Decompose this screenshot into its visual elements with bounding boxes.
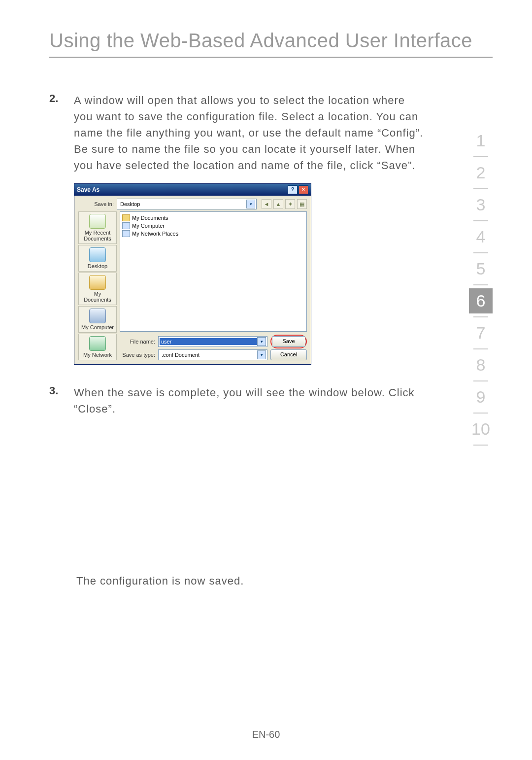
nav-2[interactable]: 2	[469, 160, 493, 185]
cancel-button[interactable]: Cancel	[270, 349, 307, 360]
content-body: 2. A window will open that allows you to…	[49, 92, 424, 587]
nav-divider	[473, 445, 488, 446]
folder-icon	[122, 214, 130, 221]
list-item-label: My Network Places	[132, 231, 178, 237]
nav-divider	[473, 413, 488, 414]
save-button[interactable]: Save	[272, 336, 305, 347]
place-documents-label: My Documents	[80, 291, 115, 303]
help-button[interactable]: ?	[288, 185, 298, 194]
save-as-dialog: Save As ? × Save in: Desktop ▾ ◄ ▲ ✶	[74, 183, 311, 365]
documents-icon	[89, 275, 106, 290]
dialog-titlebar: Save As ? ×	[74, 184, 311, 196]
chevron-down-icon[interactable]: ▾	[257, 350, 266, 359]
save-in-label: Save in:	[78, 201, 114, 207]
nav-8[interactable]: 8	[469, 352, 493, 378]
dialog-title-text: Save As	[77, 186, 100, 193]
places-bar: My Recent Documents Desktop My Documents	[78, 211, 117, 360]
new-folder-icon[interactable]: ✶	[285, 199, 295, 209]
computer-icon	[122, 222, 130, 229]
step-3-text: When the save is complete, you will see …	[74, 384, 424, 417]
close-button[interactable]: ×	[299, 185, 308, 194]
save-in-combo[interactable]: Desktop ▾	[117, 199, 257, 209]
document-page: Using the Web-Based Advanced User Interf…	[0, 0, 532, 760]
nav-10[interactable]: 10	[469, 416, 493, 442]
list-item[interactable]: My Computer	[122, 222, 304, 230]
page-footer: EN-60	[0, 729, 532, 740]
list-item-label: My Documents	[132, 215, 168, 221]
dialog-body: Save in: Desktop ▾ ◄ ▲ ✶ ▦	[74, 196, 311, 364]
nav-divider	[473, 380, 488, 381]
file-panel: My Documents My Computer My Network Plac…	[120, 211, 307, 360]
place-network-label: My Network	[80, 352, 115, 358]
save-highlight: Save	[270, 335, 307, 348]
step-3-number: 3.	[49, 384, 74, 417]
dialog-main: My Recent Documents Desktop My Documents	[78, 211, 307, 360]
save-in-value: Desktop	[118, 201, 246, 207]
list-item[interactable]: My Documents	[122, 214, 304, 222]
nav-divider	[473, 188, 488, 189]
chevron-down-icon[interactable]: ▾	[246, 200, 255, 208]
titlebar-buttons: ? ×	[288, 185, 308, 194]
network-places-icon	[122, 230, 130, 237]
nav-1[interactable]: 1	[469, 128, 493, 153]
back-icon[interactable]: ◄	[262, 199, 271, 209]
nav-divider	[473, 220, 488, 221]
file-name-value: user	[160, 338, 257, 345]
file-name-label: File name:	[120, 339, 155, 345]
dialog-action-buttons: Save	[270, 335, 307, 348]
save-as-type-label: Save as type:	[120, 352, 155, 358]
desktop-icon	[89, 247, 106, 262]
nav-divider	[473, 284, 488, 285]
save-in-row: Save in: Desktop ▾ ◄ ▲ ✶ ▦	[78, 199, 307, 209]
network-icon	[89, 336, 106, 351]
nav-6[interactable]: 6	[469, 288, 493, 313]
place-desktop-label: Desktop	[80, 263, 115, 269]
dialog-toolbar: ◄ ▲ ✶ ▦	[262, 199, 307, 209]
filename-row: File name: user ▾ Save	[120, 335, 307, 348]
final-note: The configuration is now saved.	[76, 575, 424, 587]
list-item-label: My Computer	[132, 223, 165, 229]
save-as-type-combo[interactable]: .conf Document ▾	[158, 349, 267, 360]
place-network[interactable]: My Network	[78, 334, 117, 360]
nav-9[interactable]: 9	[469, 384, 493, 410]
step-2: 2. A window will open that allows you to…	[49, 92, 424, 173]
dialog-action-buttons: Cancel	[270, 349, 307, 360]
nav-divider	[473, 156, 488, 157]
chevron-down-icon[interactable]: ▾	[257, 337, 266, 346]
step-3: 3. When the save is complete, you will s…	[49, 384, 424, 417]
computer-icon	[89, 309, 106, 323]
title-rule	[49, 57, 493, 58]
page-title: Using the Web-Based Advanced User Interf…	[49, 30, 493, 52]
nav-5[interactable]: 5	[469, 256, 493, 281]
place-recent-label: My Recent Documents	[80, 230, 115, 242]
place-computer[interactable]: My Computer	[78, 306, 117, 333]
place-computer-label: My Computer	[80, 324, 115, 330]
nav-7[interactable]: 7	[469, 320, 493, 345]
place-desktop[interactable]: Desktop	[78, 245, 117, 272]
step-2-number: 2.	[49, 92, 74, 173]
step-2-text: A window will open that allows you to se…	[74, 92, 424, 173]
list-item[interactable]: My Network Places	[122, 230, 304, 238]
place-recent[interactable]: My Recent Documents	[78, 211, 117, 244]
place-documents[interactable]: My Documents	[78, 273, 117, 305]
views-icon[interactable]: ▦	[297, 199, 307, 209]
section-nav: 1 2 3 4 5 6 7 8 9 10	[469, 128, 493, 449]
nav-4[interactable]: 4	[469, 224, 493, 249]
up-icon[interactable]: ▲	[273, 199, 283, 209]
file-name-input[interactable]: user ▾	[158, 336, 267, 347]
nav-divider	[473, 348, 488, 349]
nav-divider	[473, 316, 488, 317]
save-type-row: Save as type: .conf Document ▾ Cancel	[120, 349, 307, 360]
recent-documents-icon	[89, 214, 106, 229]
save-as-type-value: .conf Document	[160, 352, 257, 358]
nav-divider	[473, 252, 488, 253]
nav-3[interactable]: 3	[469, 192, 493, 217]
file-list[interactable]: My Documents My Computer My Network Plac…	[120, 211, 307, 332]
